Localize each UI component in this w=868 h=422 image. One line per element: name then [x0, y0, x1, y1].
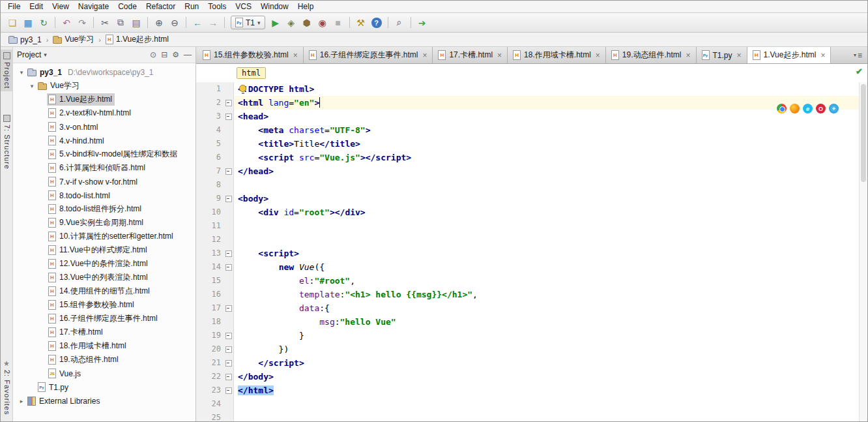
code-line-text[interactable]: new Vue({	[234, 260, 867, 274]
editor-tab[interactable]: 15.组件参数校验.html×	[197, 47, 304, 63]
debug-icon[interactable]: ⬢	[299, 16, 315, 30]
tree-item[interactable]: 15.组件参数校验.html	[13, 298, 195, 312]
fold-marker-icon[interactable]	[224, 96, 233, 110]
code-line-text[interactable]	[234, 219, 867, 233]
tree-item[interactable]: 8.todo-list组件拆分.html	[13, 202, 195, 216]
line-number[interactable]: 23	[196, 384, 224, 397]
intention-bulb-icon[interactable]	[239, 85, 246, 92]
tree-item[interactable]: Vue.js	[13, 367, 195, 380]
code-line-text[interactable]: el:"#root",	[234, 274, 867, 288]
tree-item[interactable]: T1.py	[13, 380, 195, 394]
fold-marker-icon[interactable]	[224, 370, 233, 384]
line-number[interactable]: 7	[196, 164, 224, 178]
editor-tab[interactable]: 17.卡槽.html×	[433, 47, 508, 63]
locate-icon[interactable]: ⊙	[150, 50, 156, 59]
line-number[interactable]: 3	[196, 110, 224, 123]
tree-item[interactable]: 2.v-text和v-html.html	[13, 106, 195, 120]
tab-close-icon[interactable]: ×	[293, 51, 298, 60]
tree-item[interactable]: ▾py3_1D:\dev\workspace\py3_1	[13, 65, 195, 79]
line-number[interactable]: 16	[196, 288, 224, 301]
line-number[interactable]: 8	[196, 178, 224, 192]
fold-marker-icon[interactable]	[224, 384, 233, 397]
code-line-text[interactable]: }	[234, 329, 867, 342]
tree-item[interactable]: 9.Vue实例生命周期.html	[13, 216, 195, 230]
line-number[interactable]: 10	[196, 205, 224, 219]
code-line-text[interactable]: data:{	[234, 301, 867, 315]
run-config-select[interactable]: T1▾	[231, 16, 265, 29]
line-number[interactable]: 19	[196, 329, 224, 342]
editor-scrollbar[interactable]	[859, 82, 867, 421]
coverage-icon[interactable]: ◈	[283, 16, 299, 30]
code-line-text[interactable]: })	[234, 342, 867, 356]
fold-marker-icon[interactable]	[224, 342, 233, 356]
paste-icon[interactable]: ▤	[128, 16, 144, 30]
line-number[interactable]: 9	[196, 192, 224, 205]
code-line-text[interactable]: </head>	[234, 164, 867, 178]
line-number[interactable]: 1	[196, 82, 224, 96]
menu-item-window[interactable]: Window	[256, 1, 293, 12]
forward-icon[interactable]: →	[205, 16, 221, 30]
code-line-text[interactable]: <script>	[234, 247, 867, 260]
tree-item[interactable]: 5.v-bind和v-model属性绑定和数据	[13, 147, 195, 161]
search-everywhere-icon[interactable]: ⌕	[392, 16, 407, 30]
opera-icon[interactable]	[816, 104, 826, 113]
run-icon[interactable]: ▶	[268, 16, 283, 30]
fold-marker-icon[interactable]	[224, 192, 233, 205]
tab-close-icon[interactable]: ×	[686, 51, 691, 60]
menu-item-code[interactable]: Code	[113, 1, 141, 12]
scrollbar-thumb[interactable]	[861, 84, 866, 182]
hide-panel-icon[interactable]: —	[184, 50, 192, 59]
settings-gear-icon[interactable]: ⚙	[172, 50, 179, 59]
breadcrumb-item[interactable]: py3_1	[7, 35, 43, 44]
tab-close-icon[interactable]: ×	[737, 51, 742, 60]
fold-marker-icon[interactable]	[224, 356, 233, 370]
fold-marker-icon[interactable]	[224, 301, 233, 315]
tree-item[interactable]: 11.Vue中的样式绑定.html	[13, 243, 195, 257]
ie-icon[interactable]	[803, 104, 813, 113]
undo-icon[interactable]: ↶	[59, 16, 74, 30]
menu-item-help[interactable]: Help	[293, 1, 319, 12]
code-line-text[interactable]	[234, 178, 867, 192]
breadcrumb-item[interactable]: 1.Vue起步.html	[104, 34, 170, 45]
toolwindow-structure-button[interactable]: 7: Structure	[1, 112, 13, 172]
back-icon[interactable]: ←	[190, 16, 205, 30]
fold-marker-icon[interactable]	[224, 110, 233, 123]
collapse-all-icon[interactable]: ⊟	[161, 50, 167, 59]
menu-item-navigate[interactable]: Navigate	[74, 1, 113, 12]
breadcrumb-item[interactable]: Vue学习	[51, 34, 95, 45]
line-number[interactable]: 5	[196, 137, 224, 151]
chrome-icon[interactable]	[777, 104, 787, 113]
menu-item-refactor[interactable]: Refactor	[141, 1, 180, 12]
cut-icon[interactable]: ✂	[97, 16, 113, 30]
line-number[interactable]: 15	[196, 274, 224, 288]
tree-item[interactable]: 4.v-hind.html	[13, 134, 195, 147]
editor-tab[interactable]: 16.子组件绑定原生事件.html×	[304, 47, 433, 63]
synchronize-icon[interactable]: ↻	[36, 16, 51, 30]
firefox-icon[interactable]	[790, 104, 800, 113]
menu-item-edit[interactable]: Edit	[25, 1, 48, 12]
tools-icon[interactable]: ⚒	[353, 16, 369, 30]
line-number[interactable]: 2	[196, 96, 224, 110]
fold-marker-icon[interactable]	[224, 329, 233, 342]
tree-item[interactable]: 12.Vue中的条件渲染.html	[13, 257, 195, 271]
expand-arrow-icon[interactable]: ▸	[17, 398, 26, 404]
tree-item[interactable]: 10.计算属性的setter和getter.html	[13, 230, 195, 243]
safari-icon[interactable]	[829, 104, 839, 113]
code-line-text[interactable]: </body>	[234, 370, 867, 384]
editor-breadcrumb-tag[interactable]: html	[237, 67, 266, 79]
tab-close-icon[interactable]: ×	[820, 51, 825, 60]
tree-item[interactable]: 3.v-on.html	[13, 120, 195, 134]
tab-close-icon[interactable]: ×	[422, 51, 427, 60]
code-line-text[interactable]: <script src="Vue.js"></script>	[234, 151, 867, 164]
line-number[interactable]: 21	[196, 356, 224, 370]
copy-icon[interactable]: ⧉	[113, 16, 128, 30]
save-all-icon[interactable]: ▦	[20, 16, 36, 30]
code-line-text[interactable]: <body>	[234, 192, 867, 205]
profiler-icon[interactable]: ◉	[315, 16, 330, 30]
code-line-text[interactable]: <!DOCTYPE html>	[234, 82, 867, 96]
inspection-status-icon[interactable]: ✔	[856, 67, 863, 76]
code-line-text[interactable]: </html>	[234, 384, 867, 397]
tree-item[interactable]: 1.Vue起步.html	[13, 93, 195, 106]
menu-item-run[interactable]: Run	[180, 1, 203, 12]
toolwindow-project-button[interactable]: Project	[1, 50, 13, 91]
